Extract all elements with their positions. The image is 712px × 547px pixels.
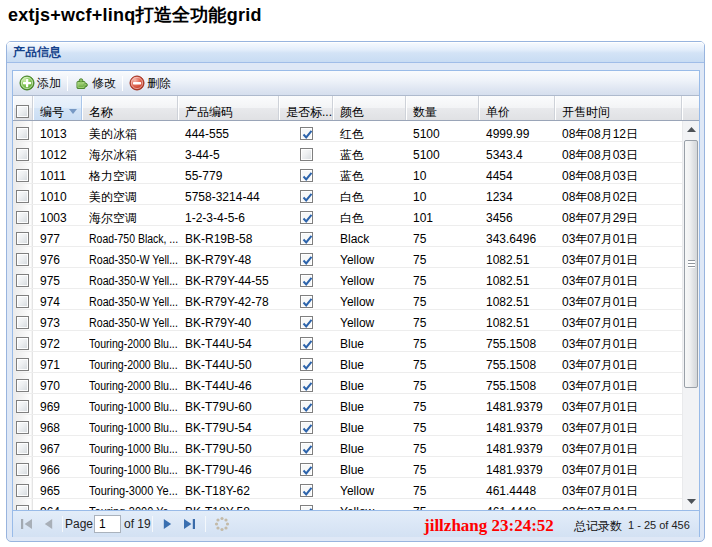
row-checkbox[interactable] (16, 253, 29, 266)
row-checkbox[interactable] (16, 190, 29, 203)
row-select-cell[interactable] (13, 478, 33, 498)
table-row[interactable]: 1003海尔空调1-2-3-4-5-6白色101345608年07月29日 (13, 205, 682, 226)
add-button[interactable]: 添加 (17, 72, 63, 94)
flag-checkbox[interactable] (300, 316, 313, 329)
scroll-down-button[interactable] (683, 493, 700, 510)
row-checkbox[interactable] (16, 232, 29, 245)
next-page-button[interactable] (159, 516, 175, 532)
row-checkbox[interactable] (16, 484, 29, 497)
table-row[interactable]: 969Touring-1000 Blu...BK-T79U-60Blue7514… (13, 394, 682, 415)
table-row[interactable]: 972Touring-2000 Blu...BK-T44U-54Blue7575… (13, 331, 682, 352)
last-page-button[interactable] (181, 516, 197, 532)
flag-checkbox[interactable] (300, 169, 313, 182)
row-checkbox[interactable] (16, 463, 29, 476)
flag-checkbox[interactable] (300, 127, 313, 140)
row-checkbox[interactable] (16, 148, 29, 161)
flag-checkbox[interactable] (300, 463, 313, 476)
scroll-up-button[interactable] (683, 121, 700, 138)
column-header-color[interactable]: 颜色 (333, 96, 406, 120)
row-select-cell[interactable] (13, 289, 33, 309)
table-row[interactable]: 965Touring-3000 Ye...BK-T18Y-62Yellow754… (13, 478, 682, 499)
flag-checkbox[interactable] (300, 253, 313, 266)
table-row[interactable]: 967Touring-1000 Blu...BK-T79U-50Blue7514… (13, 436, 682, 457)
row-select-cell[interactable] (13, 352, 33, 372)
row-select-cell[interactable] (13, 331, 33, 351)
row-select-cell[interactable] (13, 436, 33, 456)
row-select-cell[interactable] (13, 268, 33, 288)
refresh-button[interactable] (214, 516, 230, 532)
table-row[interactable]: 1012海尔冰箱3-44-5蓝色51005343.408年08月03日 (13, 142, 682, 163)
cell-qty: 10 (406, 163, 479, 183)
table-row[interactable]: 1010美的空调5758-3214-44白色10123408年08月02日 (13, 184, 682, 205)
flag-checkbox[interactable] (300, 337, 313, 350)
row-checkbox[interactable] (16, 274, 29, 287)
row-checkbox[interactable] (16, 421, 29, 434)
flag-checkbox[interactable] (300, 190, 313, 203)
table-row[interactable]: 968Touring-1000 Blu...BK-T79U-54Blue7514… (13, 415, 682, 436)
row-select-cell[interactable] (13, 121, 33, 141)
flag-checkbox[interactable] (300, 295, 313, 308)
column-header-price[interactable]: 单价 (479, 96, 555, 120)
row-select-cell[interactable] (13, 310, 33, 330)
page-number-input[interactable] (94, 515, 121, 533)
row-checkbox[interactable] (16, 400, 29, 413)
table-row[interactable]: 970Touring-2000 Blu...BK-T44U-46Blue7575… (13, 373, 682, 394)
table-row[interactable]: 973Road-350-W Yell...BK-R79Y-40Yellow751… (13, 310, 682, 331)
row-checkbox[interactable] (16, 127, 29, 140)
prev-page-button[interactable] (40, 516, 56, 532)
vertical-scrollbar[interactable] (682, 121, 699, 510)
table-row[interactable]: 971Touring-2000 Blu...BK-T44U-50Blue7575… (13, 352, 682, 373)
scrollbar-thumb[interactable] (684, 140, 698, 388)
table-row[interactable]: 966Touring-1000 Blu...BK-T79U-46Blue7514… (13, 457, 682, 478)
table-row[interactable]: 976Road-350-W Yell...BK-R79Y-48Yellow751… (13, 247, 682, 268)
table-row[interactable]: 974Road-350-W Yell...BK-R79Y-42-78Yellow… (13, 289, 682, 310)
table-row[interactable]: 964Touring-3000 Ye...BK-T18Y-58Yellow754… (13, 499, 682, 510)
cell-price: 755.1508 (479, 373, 555, 393)
delete-button[interactable]: 删除 (127, 72, 173, 94)
edit-button[interactable]: 修改 (72, 72, 118, 94)
cell-date: 08年08月03日 (555, 142, 682, 162)
column-header-id[interactable]: 编号 (33, 96, 82, 120)
table-row[interactable]: 1013美的冰箱444-555红色51004999.9908年08月12日 (13, 121, 682, 142)
flag-checkbox[interactable] (300, 400, 313, 413)
flag-checkbox[interactable] (300, 379, 313, 392)
select-all-header[interactable] (13, 96, 33, 120)
row-select-cell[interactable] (13, 184, 33, 204)
row-checkbox[interactable] (16, 337, 29, 350)
table-row[interactable]: 1011格力空调55-779蓝色10445408年08月03日 (13, 163, 682, 184)
row-checkbox[interactable] (16, 211, 29, 224)
flag-checkbox[interactable] (300, 442, 313, 455)
row-select-cell[interactable] (13, 499, 33, 510)
table-row[interactable]: 977Road-750 Black, ...BK-R19B-58Black753… (13, 226, 682, 247)
row-select-cell[interactable] (13, 163, 33, 183)
flag-checkbox[interactable] (300, 148, 313, 161)
row-checkbox[interactable] (16, 316, 29, 329)
flag-checkbox[interactable] (300, 421, 313, 434)
row-select-cell[interactable] (13, 415, 33, 435)
row-checkbox[interactable] (16, 295, 29, 308)
column-header-qty[interactable]: 数量 (406, 96, 479, 120)
row-checkbox[interactable] (16, 442, 29, 455)
flag-checkbox[interactable] (300, 358, 313, 371)
row-select-cell[interactable] (13, 394, 33, 414)
row-select-cell[interactable] (13, 142, 33, 162)
first-page-button[interactable] (18, 516, 34, 532)
flag-checkbox[interactable] (300, 232, 313, 245)
column-header-name[interactable]: 名称 (82, 96, 178, 120)
row-select-cell[interactable] (13, 457, 33, 477)
row-select-cell[interactable] (13, 247, 33, 267)
flag-checkbox[interactable] (300, 274, 313, 287)
row-select-cell[interactable] (13, 205, 33, 225)
column-header-date[interactable]: 开售时间 (555, 96, 682, 120)
row-select-cell[interactable] (13, 373, 33, 393)
flag-checkbox[interactable] (300, 484, 313, 497)
row-checkbox[interactable] (16, 169, 29, 182)
select-all-checkbox[interactable] (16, 105, 29, 118)
flag-checkbox[interactable] (300, 211, 313, 224)
column-header-flag[interactable]: 是否标... (279, 96, 333, 120)
row-select-cell[interactable] (13, 226, 33, 246)
table-row[interactable]: 975Road-350-W Yell...BK-R79Y-44-55Yellow… (13, 268, 682, 289)
column-header-code[interactable]: 产品编码 (178, 96, 279, 120)
row-checkbox[interactable] (16, 379, 29, 392)
row-checkbox[interactable] (16, 358, 29, 371)
